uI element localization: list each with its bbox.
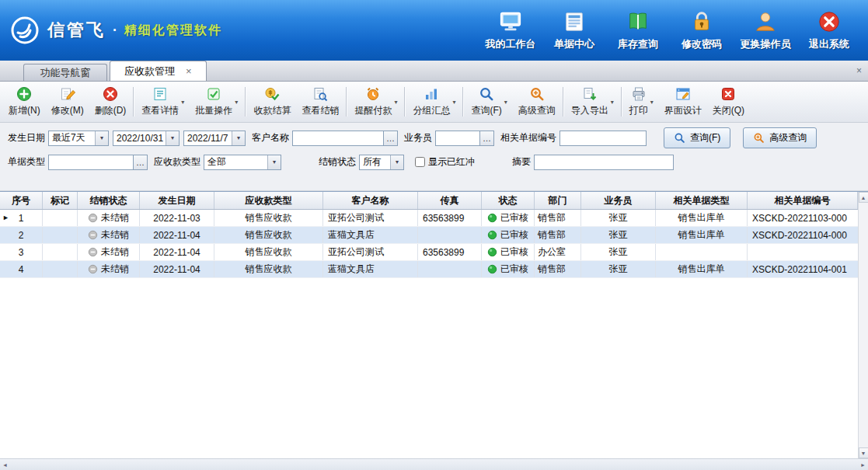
toolbar-add-button[interactable]: 新增(N) (3, 83, 46, 120)
toolbar-delete-button[interactable]: 删除(D) (89, 83, 132, 120)
column-header-doc_type[interactable]: 相关单据类型 (656, 192, 748, 209)
table-row[interactable]: ►1未结销2022-11-03销售应收款亚拓公司测试63563899已审核销售部… (0, 210, 858, 227)
tab-close-icon[interactable]: × (186, 66, 192, 76)
salesman-input[interactable] (435, 131, 480, 146)
salesman-lookup-button[interactable]: … (480, 131, 494, 146)
chevron-down-icon[interactable]: ▾ (394, 99, 397, 106)
cell-type: 销售应收款 (214, 210, 323, 226)
column-header-status[interactable]: 状态 (482, 192, 535, 209)
toolbar-print-button[interactable]: 打印▾ (624, 83, 659, 120)
unsettled-icon (88, 230, 98, 240)
chevron-down-icon[interactable]: ▾ (650, 99, 654, 106)
scroll-down-icon[interactable]: ▼ (859, 447, 868, 458)
chevron-down-icon[interactable]: ▾ (504, 99, 507, 106)
cell-type: 销售应收款 (214, 244, 323, 260)
date-from-picker[interactable]: 2022/10/31 ▾ (113, 131, 180, 146)
chevron-down-icon[interactable]: ▾ (611, 99, 614, 106)
cell-no: 3 (0, 244, 43, 260)
nav-item-change-password[interactable]: 修改密码 (671, 7, 733, 54)
chevron-down-icon[interactable]: ▾ (181, 99, 184, 106)
settle-icon (264, 86, 280, 102)
nav-item-change-operator[interactable]: 更换操作员 (734, 7, 797, 54)
toolbar-button-label: 收款结算 (253, 104, 291, 117)
column-header-settle_status[interactable]: 结销状态 (78, 192, 140, 209)
filter-row-2: 单据类型 … 应收款类型 全部 ▾ 结销状态 所有 ▾ 显示已红冲 摘要 (6, 152, 862, 172)
scroll-right-icon[interactable]: ► (860, 462, 866, 468)
toolbar-button-body: 批量操作 (195, 86, 232, 117)
column-header-mark[interactable]: 标记 (43, 192, 78, 209)
chevron-down-icon[interactable]: ▾ (235, 99, 238, 106)
toolbar-remind-pay-button[interactable]: 提醒付款▾ (349, 83, 403, 120)
doc-type-input[interactable] (48, 155, 134, 170)
toolbar-import-export-button[interactable]: 导入导出▾ (566, 83, 619, 120)
cell-salesman: 张亚 (581, 244, 656, 260)
nav-item-workbench[interactable]: 我的工作台 (479, 7, 542, 54)
logo-icon (9, 15, 40, 46)
toolbar-batch-ops-button[interactable]: 批量操作▾ (190, 83, 243, 120)
chevron-down-icon[interactable]: ▾ (452, 99, 455, 106)
toolbar-view-detail-button[interactable]: 查看详情▾ (136, 83, 190, 120)
toolbar-button-label: 关闭(Q) (713, 104, 744, 117)
grid-header-row: 序号标记结销状态发生日期应收款类型客户名称传真状态部门业务员相关单据类型相关单据… (0, 192, 858, 210)
cell-settle_status: 未结销 (78, 210, 140, 226)
column-header-label: 应收款类型 (246, 194, 292, 207)
summary-input[interactable] (534, 155, 674, 170)
advanced-query-button[interactable]: 高级查询 (743, 127, 817, 148)
column-header-doc_no[interactable]: 相关单据编号 (748, 192, 858, 209)
vertical-scrollbar[interactable]: ▲ ▼ (858, 192, 868, 458)
horizontal-scrollbar[interactable]: ◄ ► (0, 458, 868, 470)
toolbar-edit-button[interactable]: 修改(M) (46, 83, 89, 120)
nav-item-label: 退出系统 (809, 37, 849, 51)
column-header-customer[interactable]: 客户名称 (323, 192, 418, 209)
column-header-label: 传真 (441, 194, 459, 207)
toolbar-receive-settle-button[interactable]: 收款结算 (248, 83, 296, 120)
scroll-left-icon[interactable]: ◄ (2, 462, 8, 468)
column-header-dept[interactable]: 部门 (535, 192, 581, 209)
toolbar-query-button[interactable]: 查询(F)▾ (465, 83, 512, 120)
toolbar-ui-design-button[interactable]: 界面设计 (659, 83, 707, 120)
cell-text: 销售应收款 (246, 211, 292, 225)
show-reversed-checkbox[interactable] (415, 157, 425, 167)
cell-text: 销售出库单 (678, 211, 725, 225)
receivable-type-select[interactable]: 全部 ▾ (204, 155, 281, 170)
cell-salesman: 张亚 (581, 210, 656, 226)
column-header-no[interactable]: 序号 (0, 192, 43, 209)
column-header-fax[interactable]: 传真 (418, 192, 482, 209)
toolbar-adv-query-button[interactable]: 高级查询 (513, 83, 561, 120)
date-preset-select[interactable]: 最近7天 ▾ (48, 131, 109, 146)
inventory-icon (626, 10, 650, 33)
workbench-icon (499, 10, 522, 33)
tabstrip-close-icon[interactable]: × (856, 66, 862, 75)
table-row[interactable]: 2未结销2022-11-04销售应收款蓝猫文具店已审核销售部张亚销售出库单XSC… (0, 227, 858, 244)
nav-item-exit-system[interactable]: 退出系统 (798, 7, 860, 54)
settle-status-select[interactable]: 所有 ▾ (359, 155, 404, 170)
nav-item-doc-center[interactable]: 单据中心 (543, 7, 605, 54)
table-row[interactable]: 4未结销2022-11-04销售应收款蓝猫文具店已审核销售部张亚销售出库单XSC… (0, 261, 858, 278)
toolbar-button-label: 批量操作 (195, 104, 232, 117)
tab-nav-window[interactable]: 功能导航窗 (23, 64, 107, 81)
scroll-up-icon[interactable]: ▲ (859, 192, 868, 203)
related-doc-input[interactable] (559, 131, 647, 146)
toolbar-button-body: 分组汇总 (413, 86, 450, 117)
date-preset-value: 最近7天 (49, 131, 95, 144)
column-header-label: 结销状态 (90, 194, 127, 207)
toolbar-group-summary-button[interactable]: 分组汇总▾ (407, 83, 461, 120)
toolbar-button-body: 查询(F) (471, 86, 501, 117)
column-header-label: 序号 (12, 194, 30, 207)
table-row[interactable]: 3未结销2022-11-04销售应收款亚拓公司测试63563899已审核办公室张… (0, 244, 858, 261)
column-header-salesman[interactable]: 业务员 (581, 192, 656, 209)
toolbar-view-settle-button[interactable]: 查看结销 (296, 83, 344, 120)
query-button[interactable]: 查询(F) (664, 127, 730, 148)
nav-item-inventory-query[interactable]: 库存查询 (607, 7, 669, 54)
customer-lookup-button[interactable]: … (384, 131, 398, 146)
toolbar-close-button[interactable]: 关闭(Q) (707, 83, 750, 120)
doc-type-lookup-button[interactable]: … (134, 155, 148, 170)
toolbar-button-label: 提醒付款 (354, 104, 392, 117)
customer-name-input[interactable] (292, 131, 384, 146)
column-header-type[interactable]: 应收款类型 (214, 192, 323, 209)
tab-receivables[interactable]: 应收款管理× (110, 61, 207, 81)
query-icon (674, 132, 685, 144)
date-to-picker[interactable]: 2022/11/7 ▾ (183, 131, 246, 146)
column-header-date[interactable]: 发生日期 (140, 192, 214, 209)
cell-status: 已审核 (482, 227, 535, 243)
